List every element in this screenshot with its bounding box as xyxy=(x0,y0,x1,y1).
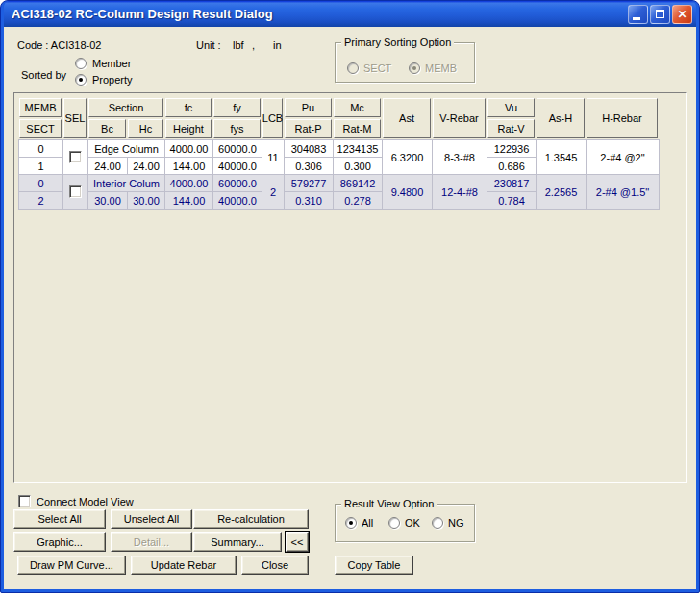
sorted-by-label: Sorted by xyxy=(21,69,66,81)
cell-v-rebar: 8-3-#8 xyxy=(433,140,488,175)
cell-rat-m: 0.300 xyxy=(334,158,383,175)
cell-rat-v: 0.784 xyxy=(488,192,537,210)
cell-bc: 30.00 xyxy=(88,192,128,210)
header-v-rebar[interactable]: V-Rebar xyxy=(433,98,486,138)
unselect-all-button[interactable]: Unselect All xyxy=(111,509,192,529)
header-lcb[interactable]: LCB xyxy=(262,98,283,138)
primary-sorting-groupbox: Primary Sorting Option SECT MEMB xyxy=(335,42,475,83)
header-sel[interactable]: SEL xyxy=(63,98,87,138)
header-as-h[interactable]: As-H xyxy=(537,98,585,138)
cell-height: 144.00 xyxy=(165,158,213,175)
cell-h-rebar: 2-#4 @1.5" xyxy=(587,175,660,210)
header-section[interactable]: Section xyxy=(88,98,163,117)
cell-fy: 60000.0 xyxy=(213,140,262,158)
cell-pu: 304083 xyxy=(285,140,334,158)
header-rat-v[interactable]: Rat-V xyxy=(488,119,535,138)
cell-fys: 40000.0 xyxy=(213,158,262,175)
header-h-rebar[interactable]: H-Rebar xyxy=(587,98,658,138)
table-row[interactable]: 0 1 Edge Column 24.00 24.00 4000.00 144.… xyxy=(19,140,660,175)
close-dialog-button[interactable]: Close xyxy=(241,556,309,575)
collapse-button[interactable]: << xyxy=(286,532,309,552)
sort-member-label[interactable]: Member xyxy=(92,58,131,69)
header-height[interactable]: Height xyxy=(165,119,212,138)
cell-vu: 230817 xyxy=(488,175,537,192)
cell-ast: 9.4800 xyxy=(383,175,433,210)
row-select-checkbox[interactable] xyxy=(69,185,82,198)
result-ng-radio[interactable] xyxy=(432,517,443,529)
result-view-option-title: Result View Option xyxy=(341,498,437,509)
cell-hc: 30.00 xyxy=(128,192,165,210)
header-mc[interactable]: Mc xyxy=(334,98,381,117)
unit-length-value: in xyxy=(273,39,282,51)
header-rat-p[interactable]: Rat-P xyxy=(285,119,332,138)
header-ast[interactable]: Ast xyxy=(383,98,431,138)
result-all-label[interactable]: All xyxy=(362,517,373,529)
header-vu[interactable]: Vu xyxy=(488,98,535,117)
result-view-option-groupbox: Result View Option All OK NG xyxy=(335,504,475,542)
minimize-button[interactable] xyxy=(628,5,648,24)
header-pu[interactable]: Pu xyxy=(285,98,332,117)
result-ok-radio[interactable] xyxy=(388,517,400,529)
unit-label: Unit : xyxy=(196,39,221,51)
cell-sel xyxy=(63,175,88,210)
cell-as-h: 2.2565 xyxy=(537,175,587,210)
row-select-checkbox[interactable] xyxy=(69,151,82,163)
recalculation-button[interactable]: Re-calculation xyxy=(193,509,309,529)
cell-fy: 60000.0 xyxy=(213,175,262,192)
cell-rat-p: 0.306 xyxy=(285,158,334,175)
cell-memb: 0 xyxy=(19,140,63,158)
cell-sect: 2 xyxy=(19,192,63,210)
graphic-button[interactable]: Graphic... xyxy=(13,532,106,552)
dialog-title: ACI318-02 RC-Column Design Result Dialog xyxy=(12,7,626,21)
result-ok-label[interactable]: OK xyxy=(405,517,420,529)
draw-pm-curve-button[interactable]: Draw PM Curve... xyxy=(17,556,126,575)
cell-height: 144.00 xyxy=(165,192,213,210)
detail-button: Detail... xyxy=(111,532,192,552)
code-label: Code : ACI318-02 xyxy=(17,39,101,51)
cell-hc: 24.00 xyxy=(128,158,165,175)
sort-property-label[interactable]: Property xyxy=(92,74,133,86)
header-fys[interactable]: fys xyxy=(213,119,261,138)
unit-force-value: lbf xyxy=(233,39,244,51)
header-fc[interactable]: fc xyxy=(165,98,212,117)
close-button[interactable]: ✕ xyxy=(672,5,692,24)
select-all-button[interactable]: Select All xyxy=(13,509,106,529)
result-all-radio[interactable] xyxy=(345,517,357,529)
result-ng-label[interactable]: NG xyxy=(448,517,464,529)
result-table: MEMB SECT SEL Section Bc Hc fc Height fy… xyxy=(18,97,660,210)
cell-lcb: 2 xyxy=(262,175,285,210)
cell-rat-p: 0.310 xyxy=(285,192,334,210)
header-fy[interactable]: fy xyxy=(213,98,261,117)
header-hc[interactable]: Hc xyxy=(128,119,163,138)
connect-model-view-checkbox[interactable] xyxy=(18,495,31,507)
table-body: 0 1 Edge Column 24.00 24.00 4000.00 144.… xyxy=(18,139,660,210)
update-rebar-button[interactable]: Update Rebar xyxy=(131,556,237,575)
connect-model-view-label[interactable]: Connect Model View xyxy=(37,496,134,507)
summary-button[interactable]: Summary... xyxy=(193,532,282,552)
minimize-icon xyxy=(633,17,640,20)
dialog-window: ACI318-02 RC-Column Design Result Dialog… xyxy=(0,0,700,593)
cell-section-name: Edge Column xyxy=(88,140,165,158)
cell-mc: 869142 xyxy=(334,175,383,192)
maximize-button[interactable] xyxy=(650,5,670,24)
dialog-client-area: Code : ACI318-02 Unit : lbf , in Sorted … xyxy=(4,27,696,589)
header-memb[interactable]: MEMB xyxy=(19,98,62,117)
close-icon: ✕ xyxy=(677,9,687,20)
result-table-container: MEMB SECT SEL Section Bc Hc fc Height fy… xyxy=(13,92,687,483)
header-sect[interactable]: SECT xyxy=(19,119,62,138)
header-rat-m[interactable]: Rat-M xyxy=(334,119,381,138)
cell-fc: 4000.00 xyxy=(165,140,213,158)
cell-rat-m: 0.278 xyxy=(334,192,383,210)
sort-property-radio[interactable] xyxy=(75,74,87,86)
cell-h-rebar: 2-#4 @2" xyxy=(587,140,660,175)
cell-memb: 0 xyxy=(19,175,63,192)
copy-table-button[interactable]: Copy Table xyxy=(335,556,413,575)
header-bc[interactable]: Bc xyxy=(88,119,126,138)
table-row[interactable]: 0 2 Interior Colum 30.00 30.00 4000.00 1… xyxy=(19,175,660,210)
cell-pu: 579277 xyxy=(285,175,334,192)
cell-rat-v: 0.686 xyxy=(488,158,537,175)
primary-memb-radio xyxy=(409,62,420,74)
cell-vu: 122936 xyxy=(488,140,537,158)
title-bar[interactable]: ACI318-02 RC-Column Design Result Dialog… xyxy=(4,1,696,27)
sort-member-radio[interactable] xyxy=(75,58,87,69)
